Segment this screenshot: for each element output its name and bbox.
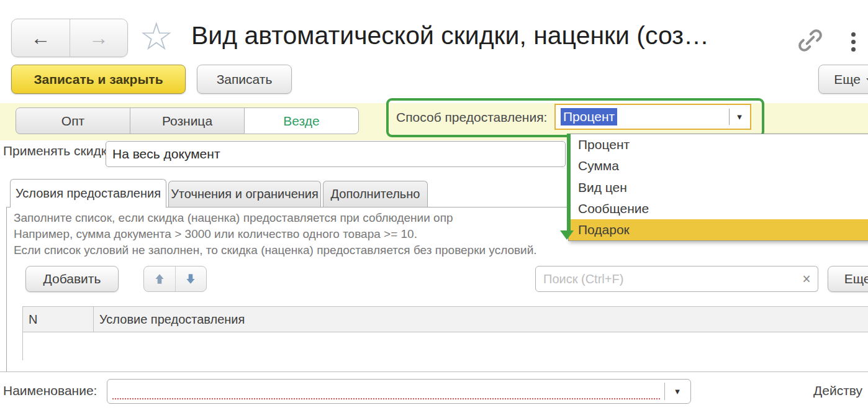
dropdown-option-podarok[interactable]: Подарок: [569, 219, 868, 240]
provision-method-dropdown: Процент Сумма Вид цен Сообщение Подарок: [568, 134, 868, 241]
forward-button[interactable]: →: [70, 19, 128, 57]
tab-dopolnitelno[interactable]: Дополнительно: [323, 181, 428, 207]
apply-discount-field[interactable]: На весь документ: [106, 141, 566, 167]
name-field: ▾: [107, 379, 691, 404]
chevron-down-icon: ▾: [675, 386, 680, 397]
more-button-table[interactable]: Еще: [828, 266, 868, 292]
more-button-top[interactable]: Еще: [818, 65, 868, 94]
action-cut-label: Действу: [813, 383, 862, 398]
tab-usloviya-predostavleniya[interactable]: Условия предоставления: [10, 179, 166, 207]
name-input[interactable]: [112, 381, 659, 398]
back-button[interactable]: ←: [12, 19, 70, 57]
more-button-label: Еще: [834, 72, 861, 87]
arrow-up-icon: [153, 272, 166, 286]
name-dropdown-button[interactable]: ▾: [664, 380, 690, 403]
add-button[interactable]: Добавить: [25, 266, 119, 292]
conditions-table: N Условие предоставления: [22, 306, 868, 360]
save-and-close-button[interactable]: Записать и закрыть: [11, 65, 186, 94]
apply-discount-label: Применять скидку:: [3, 144, 117, 158]
tab-utochneniya-i-ogranicheniya[interactable]: Уточнения и ограничения: [168, 181, 321, 207]
page-title: Вид автоматической скидки, наценки (соз…: [191, 20, 770, 51]
provision-method-label: Способ предоставления:: [396, 110, 547, 125]
clear-search-button[interactable]: ×: [795, 266, 818, 292]
favorite-star-icon[interactable]: ☆: [139, 17, 174, 56]
dropdown-option-vid-cen[interactable]: Вид цен: [569, 176, 868, 198]
combobox-dropdown-button[interactable]: ▾: [729, 105, 750, 129]
table-empty-body[interactable]: [23, 332, 868, 361]
close-icon: ×: [802, 271, 810, 288]
dropdown-option-summa[interactable]: Сумма: [569, 155, 868, 176]
segment-opt[interactable]: Опт: [16, 107, 130, 134]
arrow-down-icon: [184, 272, 197, 286]
column-header-condition[interactable]: Условие предоставления: [94, 307, 245, 332]
move-updown-group: [143, 266, 207, 292]
forward-arrow-icon: →: [89, 27, 109, 50]
move-up-button[interactable]: [144, 266, 176, 291]
segment-vezde[interactable]: Везде: [244, 107, 359, 134]
segment-roznitsa[interactable]: Розница: [130, 107, 245, 134]
chevron-down-icon: ▾: [737, 111, 742, 122]
back-arrow-icon: ←: [30, 27, 50, 50]
dropdown-option-soobshchenie[interactable]: Сообщение: [569, 198, 868, 219]
bottom-divider: [0, 371, 868, 372]
search-input[interactable]: [535, 266, 796, 292]
combobox-selected-text: Процент: [561, 108, 617, 125]
more-menu-dots-icon[interactable]: [847, 29, 859, 55]
dropdown-option-percent[interactable]: Процент: [569, 134, 868, 155]
get-link-icon[interactable]: [796, 26, 825, 55]
name-field-label: Наименование:: [3, 383, 97, 398]
nav-history-group: ← →: [11, 19, 128, 57]
required-field-underline: [112, 398, 661, 399]
move-down-button[interactable]: [176, 266, 207, 291]
table-header-row: N Условие предоставления: [23, 307, 868, 332]
save-button[interactable]: Записать: [197, 65, 292, 94]
column-header-n[interactable]: N: [23, 307, 94, 332]
provision-method-combobox[interactable]: Процент ▾: [554, 104, 751, 130]
help-line-3: Если список условий не заполнен, то скид…: [14, 242, 697, 258]
